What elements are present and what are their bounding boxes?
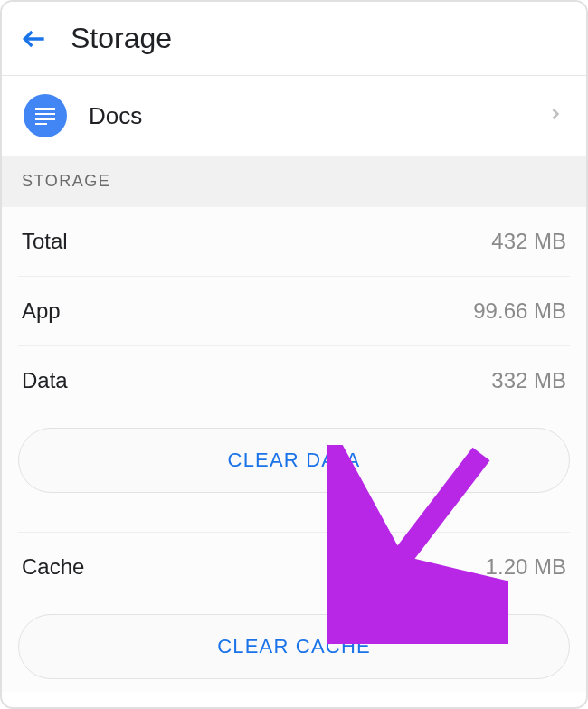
data-size-row: Data 332 MB — [18, 346, 570, 415]
data-value: 332 MB — [491, 368, 566, 393]
app-label: App — [22, 298, 61, 324]
header: Storage — [2, 2, 586, 76]
total-value: 432 MB — [491, 229, 566, 254]
arrow-left-icon — [20, 24, 49, 53]
clear-data-button[interactable]: CLEAR DATA — [18, 428, 570, 493]
app-name: Docs — [89, 102, 546, 130]
clear-cache-button[interactable]: CLEAR CACHE — [18, 614, 570, 679]
chevron-right-icon — [546, 101, 564, 130]
cache-label: Cache — [22, 554, 84, 580]
storage-content: Total 432 MB App 99.66 MB Data 332 MB CL… — [2, 207, 586, 692]
app-size-row: App 99.66 MB — [18, 277, 570, 346]
total-row: Total 432 MB — [18, 207, 570, 277]
app-info-row[interactable]: Docs — [2, 76, 586, 156]
back-button[interactable] — [20, 24, 49, 53]
section-header-storage: STORAGE — [2, 156, 586, 207]
page-title: Storage — [71, 22, 172, 55]
divider — [18, 506, 570, 533]
total-label: Total — [22, 229, 68, 254]
data-label: Data — [22, 368, 68, 393]
cache-value: 1.20 MB — [486, 554, 566, 580]
app-value: 99.66 MB — [473, 298, 566, 324]
cache-size-row: Cache 1.20 MB — [18, 533, 570, 601]
docs-icon — [24, 94, 67, 137]
